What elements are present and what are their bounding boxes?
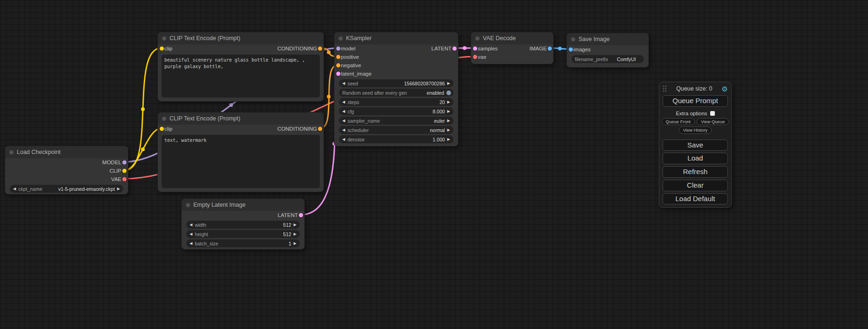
widget-scheduler[interactable]: ◀ scheduler normal ▶: [339, 126, 453, 134]
widget-denoise[interactable]: ◀ denoise 1.000 ▶: [339, 135, 453, 143]
collapse-dot-icon[interactable]: [186, 203, 190, 207]
input-slot-samples[interactable]: [473, 47, 477, 51]
slot-row: samples IMAGE: [471, 44, 553, 53]
widget-cfg[interactable]: ◀ cfg 8.000 ▶: [339, 107, 453, 115]
output-slot-conditioning[interactable]: [318, 127, 322, 131]
node-title-bar[interactable]: KSampler: [334, 32, 458, 44]
load-button[interactable]: Load: [663, 153, 728, 164]
input-slot-vae[interactable]: [473, 55, 477, 59]
widget-width[interactable]: ◀ width 512 ▶: [186, 221, 300, 229]
toggle-knob[interactable]: [446, 91, 451, 95]
collapse-dot-icon[interactable]: [162, 36, 166, 41]
left-arrow-icon[interactable]: ◀: [13, 187, 16, 191]
node-save-image[interactable]: Save Image images filename_prefix ComfyU…: [566, 33, 649, 68]
node-empty-latent-image[interactable]: Empty Latent Image LATENT ◀ width 512 ▶ …: [181, 198, 305, 250]
right-arrow-icon[interactable]: ▶: [117, 187, 120, 191]
right-arrow-icon[interactable]: ▶: [294, 223, 296, 227]
left-arrow-icon[interactable]: ◀: [342, 110, 345, 113]
right-arrow-icon[interactable]: ▶: [294, 232, 296, 236]
prompt-textarea[interactable]: beautiful scenery nature glass bottle la…: [162, 55, 320, 98]
output-slot-latent[interactable]: [299, 213, 303, 217]
collapse-dot-icon[interactable]: [9, 150, 14, 154]
node-ksampler[interactable]: KSampler model LATENT positive negative …: [334, 32, 459, 147]
widget-seed[interactable]: ◀ seed 156680208700286 ▶: [339, 79, 453, 87]
collapse-dot-icon[interactable]: [339, 36, 343, 41]
left-arrow-icon[interactable]: ◀: [342, 82, 345, 85]
widget-height[interactable]: ◀ height 512 ▶: [186, 230, 300, 238]
extra-options-checkbox[interactable]: [710, 111, 715, 116]
node-title-bar[interactable]: CLIP Text Encode (Prompt): [158, 32, 324, 44]
left-arrow-icon[interactable]: ◀: [342, 119, 345, 123]
slot-row: latent_image: [334, 70, 458, 78]
output-label-image: IMAGE: [529, 46, 547, 51]
node-vae-decode[interactable]: VAE Decode samples IMAGE vae: [471, 32, 554, 64]
right-arrow-icon[interactable]: ▶: [447, 100, 450, 104]
slot-row: CLIP: [5, 167, 128, 175]
widget-label: Random seed after every gen: [342, 90, 407, 96]
output-slot-conditioning[interactable]: [318, 47, 322, 51]
widget-label: width: [195, 222, 206, 228]
collapse-dot-icon[interactable]: [162, 117, 166, 121]
queue-size-label: Queue size: 0: [667, 85, 722, 92]
collapse-dot-icon[interactable]: [475, 36, 480, 41]
right-arrow-icon[interactable]: ▶: [447, 119, 450, 123]
view-queue-button[interactable]: View Queue: [697, 118, 729, 125]
node-clip-text-encode-negative[interactable]: CLIP Text Encode (Prompt) clip CONDITION…: [157, 112, 324, 192]
settings-gear-icon[interactable]: ⚙: [722, 85, 728, 92]
input-label-clip: clip: [164, 46, 172, 51]
left-arrow-icon[interactable]: ◀: [342, 100, 345, 104]
slot-row: VAE: [5, 175, 128, 183]
input-slot-model[interactable]: [336, 47, 340, 51]
node-clip-text-encode-positive[interactable]: CLIP Text Encode (Prompt) clip CONDITION…: [157, 32, 324, 102]
widget-steps[interactable]: ◀ steps 20 ▶: [339, 98, 453, 106]
output-slot-vae[interactable]: [122, 177, 127, 182]
refresh-button[interactable]: Refresh: [663, 166, 728, 178]
input-slot-clip[interactable]: [160, 127, 164, 131]
output-slot-latent[interactable]: [452, 47, 457, 51]
drag-handle-icon[interactable]: [663, 85, 667, 92]
widget-batch-size[interactable]: ◀ batch_size 1 ▶: [186, 239, 300, 247]
input-slot-clip[interactable]: [160, 47, 164, 51]
slot-row: MODEL: [5, 158, 128, 167]
node-title-bar[interactable]: Empty Latent Image: [182, 199, 304, 211]
input-slot-negative[interactable]: [336, 63, 340, 68]
node-title-bar[interactable]: Load Checkpoint: [5, 146, 128, 158]
load-default-button[interactable]: Load Default: [663, 193, 728, 205]
clear-button[interactable]: Clear: [663, 180, 728, 191]
left-arrow-icon[interactable]: ◀: [190, 232, 192, 236]
left-arrow-icon[interactable]: ◀: [190, 223, 192, 227]
queue-prompt-button[interactable]: Queue Prompt: [663, 95, 728, 107]
input-slot-positive[interactable]: [336, 55, 340, 59]
right-arrow-icon[interactable]: ▶: [447, 128, 450, 132]
output-slot-image[interactable]: [548, 47, 552, 51]
left-arrow-icon[interactable]: ◀: [342, 128, 345, 132]
output-slot-clip[interactable]: [122, 169, 127, 173]
right-arrow-icon[interactable]: ▶: [447, 138, 450, 141]
collapse-dot-icon[interactable]: [571, 37, 575, 42]
node-title-bar[interactable]: Save Image: [567, 33, 649, 45]
input-slot-latent-image[interactable]: [336, 72, 340, 76]
left-arrow-icon[interactable]: ◀: [190, 242, 192, 245]
node-title: Empty Latent Image: [193, 202, 246, 208]
right-arrow-icon[interactable]: ▶: [447, 82, 450, 85]
save-button[interactable]: Save: [663, 140, 728, 151]
input-label-samples: samples: [478, 46, 498, 51]
view-history-button[interactable]: View History: [679, 126, 712, 133]
node-title-bar[interactable]: VAE Decode: [471, 32, 553, 44]
widget-sampler-name[interactable]: ◀ sampler_name euler ▶: [339, 117, 453, 125]
output-slot-model[interactable]: [122, 161, 127, 165]
input-slot-images[interactable]: [569, 48, 573, 52]
widget-random-seed-toggle[interactable]: Random seed after every gen enabled: [339, 89, 453, 97]
widget-ckpt-name[interactable]: ◀ ckpt_name v1-5-pruned-emaonly.ckpt ▶: [10, 185, 123, 193]
queue-buttons-row: Queue Front View Queue: [659, 118, 731, 125]
right-arrow-icon[interactable]: ▶: [447, 110, 450, 113]
output-label-model: MODEL: [102, 160, 121, 165]
prompt-textarea[interactable]: text, watermark: [162, 135, 320, 188]
widget-filename-prefix[interactable]: filename_prefix ComfyUI: [572, 55, 644, 63]
input-label-clip: clip: [164, 126, 172, 132]
node-title-bar[interactable]: CLIP Text Encode (Prompt): [158, 112, 324, 125]
right-arrow-icon[interactable]: ▶: [294, 242, 296, 245]
node-load-checkpoint[interactable]: Load Checkpoint MODEL CLIP VAE ◀ ckpt_na…: [5, 146, 128, 195]
queue-front-button[interactable]: Queue Front: [662, 118, 695, 125]
left-arrow-icon[interactable]: ◀: [342, 138, 345, 141]
